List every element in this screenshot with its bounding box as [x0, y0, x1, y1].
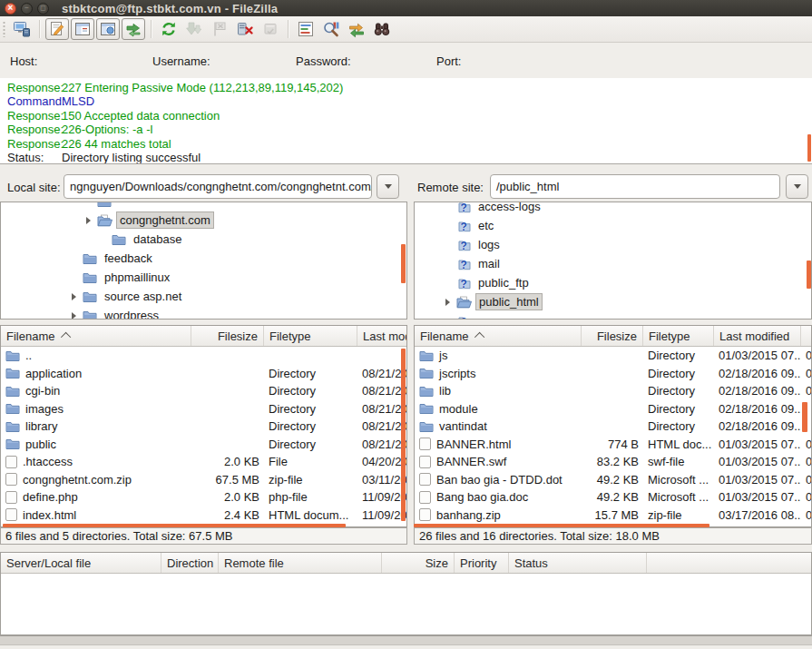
compare-directories-button[interactable]: [319, 18, 343, 40]
log-entry-message: MLSD: [62, 94, 94, 108]
folder-open-icon: [97, 214, 113, 227]
folder-icon: [5, 420, 20, 433]
folder-icon: [419, 367, 434, 379]
local-list-hscrollbar[interactable]: [3, 524, 346, 527]
tree-item[interactable]: feedback: [1, 249, 406, 268]
queue-column-size[interactable]: Size: [382, 553, 455, 573]
file-row[interactable]: moduleDirectory02/18/2016 09...: [415, 400, 811, 418]
tree-item[interactable]: ?etc: [415, 216, 811, 235]
file-row[interactable]: BANNER.swf83.2 KBswf-file01/03/2015 07..…: [415, 453, 811, 471]
remote-site-dropdown-button[interactable]: [786, 174, 808, 199]
local-tree-scrollbar[interactable]: [401, 244, 406, 283]
tree-item[interactable]: phpmaillinux: [1, 268, 406, 287]
site-manager-button[interactable]: [10, 18, 34, 40]
toolbar-grip[interactable]: [3, 21, 5, 37]
column-header-filesize[interactable]: Filesize: [191, 326, 264, 346]
file-icon: [419, 473, 431, 486]
remote-tree-panel[interactable]: ?access-logs?etc?logs?mail?public_ftppub…: [414, 202, 812, 320]
expander-icon[interactable]: [445, 299, 450, 306]
column-header-filetype[interactable]: Filetype: [264, 326, 357, 346]
synchronized-browsing-button[interactable]: [345, 18, 368, 40]
local-site-dropdown-button[interactable]: [377, 174, 399, 199]
log-scrollbar[interactable]: [807, 134, 811, 162]
tree-item[interactable]: congnghetnt.com: [1, 211, 406, 230]
column-header-filetype[interactable]: Filetype: [643, 326, 714, 346]
file-row[interactable]: Ban bao gia - DTDD.dot49.2 KBMicrosoft .…: [415, 471, 811, 489]
file-row[interactable]: publicDirectory08/21/20: [1, 436, 406, 454]
expander-icon[interactable]: [72, 293, 76, 300]
tree-item[interactable]: ?: [415, 311, 811, 320]
queue-column-server-local-file[interactable]: Server/Local file: [1, 553, 161, 573]
file-row[interactable]: imagesDirectory08/21/20: [1, 400, 406, 418]
log-entry-message: 226 44 matches total: [62, 137, 171, 151]
file-row[interactable]: vantindatDirectory02/18/2016 09...: [415, 418, 811, 436]
local-tree-panel[interactable]: congnghetnt.comdatabasefeedbackphpmailli…: [0, 202, 407, 320]
toggle-transfer-queue-button[interactable]: [122, 18, 145, 40]
close-button[interactable]: ×: [5, 3, 16, 15]
queue-column-direction[interactable]: Direction: [161, 553, 219, 573]
column-header-filename[interactable]: Filename: [415, 326, 582, 346]
file-row[interactable]: cgi-binDirectory08/21/20: [1, 382, 406, 400]
file-icon: [5, 473, 17, 486]
file-row[interactable]: jscriptsDirectory02/18/2016 09...0: [415, 365, 811, 383]
disconnect-button[interactable]: [233, 18, 257, 40]
file-row[interactable]: libraryDirectory08/21/20: [1, 418, 406, 436]
file-row[interactable]: define.php2.0 KBphp-file11/09/20: [1, 488, 406, 506]
remote-site-combo[interactable]: /public_html: [490, 174, 780, 199]
file-modified: 08/21/20: [357, 402, 407, 416]
file-modified: 02/18/2016 09...: [714, 419, 801, 433]
file-row[interactable]: index.html2.4 KBHTML docum...11/09/20: [1, 506, 406, 525]
message-log[interactable]: Response:227 Entering Passive Mode (112,…: [0, 78, 812, 164]
toggle-local-tree-button[interactable]: [71, 18, 94, 40]
remote-tree-scrollbar[interactable]: [807, 261, 811, 289]
file-row[interactable]: .htaccess2.0 KBFile04/20/20: [1, 453, 406, 471]
tree-item[interactable]: database: [1, 230, 406, 249]
find-files-button[interactable]: [370, 18, 394, 40]
log-entry-type: Response:: [0, 137, 62, 151]
maximize-button[interactable]: ◻: [37, 3, 49, 15]
tree-item[interactable]: [1, 202, 406, 211]
tree-item[interactable]: ?public_ftp: [415, 273, 811, 292]
tree-item[interactable]: ?access-logs: [415, 202, 811, 216]
transfer-queue-panel[interactable]: Server/Local fileDirectionRemote fileSiz…: [0, 552, 812, 635]
folder-open-icon: [456, 296, 472, 309]
svg-text:?: ?: [461, 277, 467, 290]
toggle-remote-tree-button[interactable]: [96, 18, 120, 40]
folder-question-icon: ?: [456, 239, 471, 251]
queue-column-status[interactable]: Status: [509, 553, 647, 573]
toggle-message-log-button[interactable]: [45, 18, 69, 40]
refresh-button[interactable]: [157, 18, 181, 40]
column-header-filesize[interactable]: Filesize: [582, 326, 643, 346]
column-header-last-modified[interactable]: Last modified: [714, 326, 801, 346]
file-row[interactable]: banhang.zip15.7 MBzip-file03/17/2016 08.…: [415, 506, 811, 525]
tree-item[interactable]: ?mail: [415, 254, 811, 273]
directory-filters-button[interactable]: [294, 18, 318, 40]
file-row[interactable]: libDirectory02/18/2016 09...0: [415, 382, 811, 400]
expander-icon[interactable]: [86, 217, 91, 224]
file-row[interactable]: BANNER.html774 BHTML doc...01/03/2015 07…: [415, 436, 811, 454]
minimize-button[interactable]: −: [21, 3, 33, 15]
queue-column-remote-file[interactable]: Remote file: [219, 553, 382, 573]
tree-item[interactable]: ?logs: [415, 235, 811, 254]
column-header-extra[interactable]: [801, 326, 812, 346]
remote-list-status: 26 files and 16 directories. Total size:…: [414, 527, 812, 545]
file-row[interactable]: applicationDirectory08/21/20: [1, 365, 406, 383]
column-header-filename[interactable]: Filename: [1, 326, 191, 346]
remote-list-hscrollbar[interactable]: [414, 524, 709, 527]
tree-item[interactable]: source asp.net: [1, 287, 406, 306]
file-row[interactable]: ..: [1, 347, 406, 365]
local-site-combo[interactable]: ngnguyen/Downloads/congnghetnt.com/congn…: [64, 174, 372, 199]
remote-file-list[interactable]: FilenameFilesizeFiletypeLast modified js…: [414, 325, 812, 527]
queue-column-priority[interactable]: Priority: [455, 553, 509, 573]
column-header-last-modified[interactable]: Last modified: [357, 326, 407, 346]
tree-item[interactable]: wordpress: [1, 306, 406, 320]
file-icon: [419, 456, 431, 468]
local-list-scrollbar[interactable]: [401, 349, 406, 521]
local-file-list[interactable]: FilenameFilesizeFiletypeLast modified ..…: [0, 325, 407, 527]
file-row[interactable]: congnghetnt.com.zip67.5 MBzip-file03/11/…: [1, 471, 406, 489]
tree-item[interactable]: public_html: [415, 292, 811, 311]
file-row[interactable]: Bang bao gia.doc49.2 KBMicrosoft ...01/0…: [415, 488, 811, 506]
file-row[interactable]: jsDirectory01/03/2015 07...0: [415, 347, 811, 365]
remote-list-scrollbar[interactable]: [802, 402, 807, 432]
expander-icon[interactable]: [72, 312, 76, 320]
